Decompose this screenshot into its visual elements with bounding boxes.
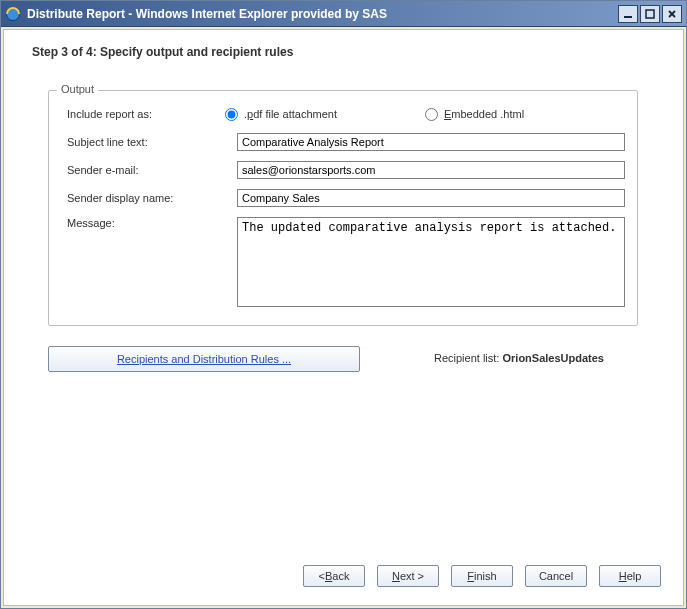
radio-html[interactable]: Embedded .html [425,108,625,121]
output-fieldset: Output Include report as: .pdf file atta… [48,90,638,326]
sender-display-input[interactable] [237,189,625,207]
radio-pdf[interactable]: .pdf file attachment [225,108,425,121]
include-label: Include report as: [67,108,225,120]
close-button[interactable] [662,5,682,23]
next-button[interactable]: Next > [377,565,439,587]
svg-rect-1 [624,16,632,18]
step-heading: Step 3 of 4: Specify output and recipien… [32,45,293,59]
back-button[interactable]: < Back [303,565,365,587]
recipient-list-label: Recipient list: [434,352,502,364]
window-controls [618,5,682,23]
output-legend: Output [57,83,98,95]
minimize-button[interactable] [618,5,638,23]
row-subject: Subject line text: [67,133,625,151]
sender-email-input[interactable] [237,161,625,179]
window-frame: Distribute Report - Windows Internet Exp… [0,0,687,609]
radio-pdf-label: .pdf file attachment [244,108,337,120]
client-area: Step 3 of 4: Specify output and recipien… [3,29,684,606]
help-button[interactable]: Help [599,565,661,587]
radio-html-label: Embedded .html [444,108,524,120]
recipient-list-value: OrionSalesUpdates [502,352,603,364]
radio-html-input[interactable] [425,108,438,121]
message-label: Message: [67,217,237,229]
include-radio-group: .pdf file attachment Embedded .html [225,108,625,121]
recipients-rules-button[interactable]: Recipients and Distribution Rules ... [48,346,360,372]
row-display: Sender display name: [67,189,625,207]
row-include: Include report as: .pdf file attachment … [67,105,625,123]
ie-icon [5,6,21,22]
radio-pdf-input[interactable] [225,108,238,121]
display-label: Sender display name: [67,192,237,204]
row-sender: Sender e-mail: [67,161,625,179]
subject-label: Subject line text: [67,136,237,148]
sender-label: Sender e-mail: [67,164,237,176]
window-title: Distribute Report - Windows Internet Exp… [27,7,618,21]
cancel-button[interactable]: Cancel [525,565,587,587]
recipients-button-label: Recipients and Distribution Rules ... [117,353,291,365]
titlebar: Distribute Report - Windows Internet Exp… [1,1,686,27]
maximize-button[interactable] [640,5,660,23]
finish-button[interactable]: Finish [451,565,513,587]
message-textarea[interactable]: The updated comparative analysis report … [237,217,625,307]
recipient-list-display: Recipient list: OrionSalesUpdates [434,352,604,364]
subject-input[interactable] [237,133,625,151]
wizard-buttons: < Back Next > Finish Cancel Help [303,565,661,587]
svg-rect-2 [646,10,654,18]
row-message: Message: The updated comparative analysi… [67,217,625,307]
